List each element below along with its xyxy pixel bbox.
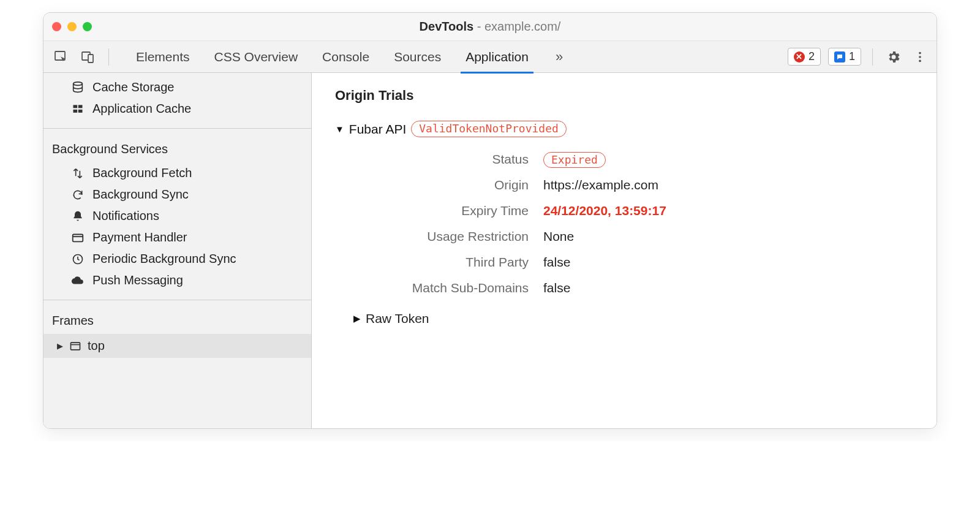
svg-point-4 bbox=[919, 56, 921, 58]
sidebar-item-label: Application Cache bbox=[92, 102, 191, 116]
cloud-icon bbox=[70, 274, 85, 287]
sidebar-item-label: Cache Storage bbox=[92, 80, 174, 94]
frame-icon bbox=[69, 340, 81, 352]
svg-rect-9 bbox=[74, 109, 78, 112]
trial-details: Status Expired Origin https://example.co… bbox=[360, 152, 913, 295]
sidebar-header-frames: Frames bbox=[43, 305, 311, 334]
svg-rect-10 bbox=[78, 109, 83, 112]
sidebar-item-label: Payment Handler bbox=[92, 230, 187, 244]
grid-icon bbox=[70, 103, 85, 115]
sidebar-group-cache: Cache Storage Application Cache bbox=[43, 73, 311, 129]
application-sidebar: Cache Storage Application Cache Backgrou… bbox=[43, 73, 312, 428]
value-origin: https://example.com bbox=[543, 178, 913, 192]
more-tabs-icon[interactable]: » bbox=[553, 47, 565, 67]
inspect-element-icon[interactable] bbox=[51, 47, 70, 67]
label-expiry: Expiry Time bbox=[360, 203, 543, 218]
sidebar-item-periodic-sync[interactable]: Periodic Background Sync bbox=[43, 248, 311, 270]
main-toolbar: Elements CSS Overview Console Sources Ap… bbox=[43, 41, 937, 73]
pane-heading: Origin Trials bbox=[335, 88, 913, 104]
minimize-window-button[interactable] bbox=[67, 22, 77, 31]
svg-point-6 bbox=[74, 81, 83, 85]
toolbar-divider bbox=[872, 48, 873, 66]
error-count-chip[interactable]: ✕ 2 bbox=[788, 48, 821, 66]
value-status: Expired bbox=[543, 152, 913, 167]
bell-icon bbox=[70, 210, 85, 222]
devtools-window: DevTools - example.com/ Elements CSS Ove… bbox=[43, 12, 937, 429]
sidebar-item-notifications[interactable]: Notifications bbox=[43, 205, 311, 227]
svg-rect-7 bbox=[74, 105, 78, 108]
label-thirdparty: Third Party bbox=[360, 255, 543, 270]
credit-card-icon bbox=[70, 231, 85, 244]
sidebar-group-frames: Frames ▶ top bbox=[43, 300, 311, 358]
kebab-menu-icon[interactable] bbox=[911, 48, 929, 66]
label-usage: Usage Restriction bbox=[360, 229, 543, 244]
error-count: 2 bbox=[809, 50, 815, 63]
sidebar-item-background-sync[interactable]: Background Sync bbox=[43, 184, 311, 205]
message-count: 1 bbox=[849, 50, 855, 63]
sidebar-item-label: Push Messaging bbox=[92, 273, 183, 287]
trial-name: Fubar API bbox=[349, 122, 406, 137]
sidebar-header-background: Background Services bbox=[43, 134, 311, 162]
sidebar-item-label: Background Fetch bbox=[92, 166, 192, 180]
sync-icon bbox=[70, 189, 85, 201]
status-pill: Expired bbox=[543, 152, 606, 168]
sidebar-item-push-messaging[interactable]: Push Messaging bbox=[43, 270, 311, 291]
value-thirdparty: false bbox=[543, 255, 913, 270]
expand-arrow-icon: ▶ bbox=[353, 313, 361, 324]
title-app: DevTools bbox=[420, 20, 474, 33]
svg-rect-13 bbox=[71, 343, 80, 350]
settings-icon[interactable] bbox=[884, 47, 903, 67]
transfer-icon bbox=[70, 167, 85, 180]
panel-body: Cache Storage Application Cache Backgrou… bbox=[43, 73, 937, 428]
error-icon: ✕ bbox=[794, 51, 805, 63]
svg-rect-8 bbox=[78, 105, 83, 108]
origin-trials-pane: Origin Trials ▼ Fubar API ValidTokenNotP… bbox=[312, 73, 937, 428]
message-icon bbox=[834, 51, 845, 63]
close-window-button[interactable] bbox=[52, 22, 61, 31]
zoom-window-button[interactable] bbox=[83, 22, 92, 31]
panel-tabs: Elements CSS Overview Console Sources Ap… bbox=[124, 41, 777, 73]
toolbar-divider bbox=[108, 48, 109, 66]
toolbar-right: ✕ 2 1 bbox=[788, 47, 929, 67]
raw-token-toggle[interactable]: ▶ Raw Token bbox=[353, 311, 913, 326]
label-status: Status bbox=[360, 152, 543, 167]
expand-arrow-icon: ▶ bbox=[57, 341, 63, 350]
raw-token-label: Raw Token bbox=[366, 311, 429, 326]
tab-application[interactable]: Application bbox=[466, 41, 529, 73]
sidebar-item-payment-handler[interactable]: Payment Handler bbox=[43, 227, 311, 248]
title-loc: example.com/ bbox=[484, 20, 561, 33]
toolbar-left bbox=[51, 47, 113, 67]
svg-point-3 bbox=[919, 51, 921, 54]
sidebar-item-label: Periodic Background Sync bbox=[92, 252, 236, 266]
svg-rect-2 bbox=[88, 55, 93, 63]
tab-console[interactable]: Console bbox=[322, 41, 369, 73]
value-expiry: 24/12/2020, 13:59:17 bbox=[543, 203, 913, 218]
trial-status-badge: ValidTokenNotProvided bbox=[411, 121, 567, 137]
sidebar-item-label: Background Sync bbox=[92, 188, 189, 202]
trial-header[interactable]: ▼ Fubar API ValidTokenNotProvided bbox=[335, 121, 913, 137]
window-controls bbox=[52, 22, 92, 31]
database-icon bbox=[70, 81, 85, 94]
label-subdomains: Match Sub-Domains bbox=[360, 281, 543, 295]
clock-icon bbox=[70, 253, 85, 265]
tab-elements[interactable]: Elements bbox=[136, 41, 190, 73]
sidebar-item-application-cache[interactable]: Application Cache bbox=[43, 98, 311, 119]
collapse-arrow-icon: ▼ bbox=[335, 124, 344, 134]
value-subdomains: false bbox=[543, 281, 913, 295]
window-title: DevTools - example.com/ bbox=[43, 20, 937, 34]
sidebar-item-background-fetch[interactable]: Background Fetch bbox=[43, 162, 311, 184]
titlebar: DevTools - example.com/ bbox=[43, 13, 937, 41]
message-count-chip[interactable]: 1 bbox=[828, 48, 861, 66]
label-origin: Origin bbox=[360, 178, 543, 192]
svg-rect-11 bbox=[73, 234, 83, 241]
frame-label: top bbox=[88, 339, 105, 353]
tab-sources[interactable]: Sources bbox=[394, 41, 441, 73]
tab-css-overview[interactable]: CSS Overview bbox=[214, 41, 298, 73]
sidebar-item-label: Notifications bbox=[92, 209, 159, 223]
title-sep: - bbox=[473, 20, 484, 33]
device-toolbar-icon[interactable] bbox=[78, 47, 97, 67]
sidebar-item-cache-storage[interactable]: Cache Storage bbox=[43, 77, 311, 98]
sidebar-item-frame-top[interactable]: ▶ top bbox=[43, 334, 311, 358]
sidebar-group-background: Background Services Background Fetch Bac… bbox=[43, 129, 311, 300]
svg-point-5 bbox=[919, 59, 921, 62]
